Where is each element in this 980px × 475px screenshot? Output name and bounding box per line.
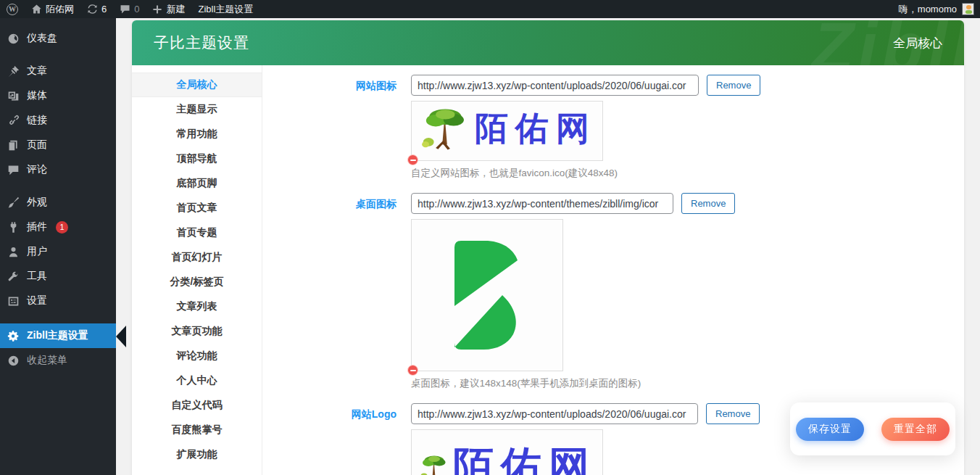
- comments-icon: [7, 164, 20, 176]
- save-settings-button[interactable]: 保存设置: [796, 418, 864, 441]
- sidebar-item-label: 工具: [27, 270, 47, 283]
- tab-common-functions[interactable]: 常用功能: [132, 122, 262, 146]
- sidebar-item-tools[interactable]: 工具: [0, 264, 116, 289]
- field-label: 网站Logo: [270, 403, 396, 475]
- current-section-title: 全局核心: [893, 35, 942, 51]
- home-icon: [31, 4, 42, 15]
- comment-bubble-icon: [120, 4, 130, 15]
- sidebar-item-label: 外观: [27, 196, 47, 209]
- tab-global-core[interactable]: 全局核心: [132, 73, 262, 97]
- admin-bar: W 陌佑网 6 0 新建 Zibll主题设置 嗨，momomo: [0, 0, 980, 18]
- settings-header: Zibll 子比主题设置 全局核心: [132, 20, 964, 65]
- gear-icon: [7, 330, 20, 342]
- floating-action-panel: 保存设置 重置全部: [790, 402, 955, 455]
- tab-category-tag-pages[interactable]: 分类/标签页: [132, 270, 262, 294]
- site-icon-url-input[interactable]: [411, 75, 699, 96]
- desktop-icon-url-input[interactable]: [411, 193, 673, 214]
- sidebar-item-label: Zibll主题设置: [27, 329, 88, 342]
- account-greeting[interactable]: 嗨，momomo: [899, 3, 957, 16]
- settings-tab-list: 全局核心 主题显示 常用功能 顶部导航 底部页脚 首页文章 首页专题 首页幻灯片…: [132, 65, 262, 475]
- sidebar-item-zibll-theme-settings[interactable]: Zibll主题设置: [0, 323, 116, 348]
- comments-link[interactable]: 0: [113, 0, 146, 18]
- sliders-icon: [7, 295, 20, 307]
- zibll-settings-link[interactable]: Zibll主题设置: [191, 0, 259, 18]
- sidebar-item-appearance[interactable]: 外观: [0, 190, 116, 215]
- tab-custom-code[interactable]: 自定义代码: [132, 393, 262, 418]
- remove-image-icon[interactable]: [407, 154, 418, 165]
- field-caption: 自定义网站图标，也就是favicon.ico(建议48x48): [411, 167, 760, 180]
- sidebar-item-media[interactable]: 媒体: [0, 83, 116, 108]
- pin-icon: [7, 65, 20, 78]
- zibll-b-logo: [433, 234, 541, 356]
- sidebar-item-label: 插件: [27, 220, 47, 234]
- sidebar-item-label: 评论: [27, 163, 47, 176]
- remove-image-icon[interactable]: [407, 365, 418, 376]
- tab-top-navigation[interactable]: 顶部导航: [132, 146, 262, 171]
- sidebar-item-label: 媒体: [27, 89, 47, 102]
- site-logo-url-input[interactable]: [411, 403, 698, 424]
- site-icon-remove-button[interactable]: Remove: [707, 75, 760, 96]
- sidebar-item-label: 链接: [27, 114, 47, 127]
- reset-all-button[interactable]: 重置全部: [881, 418, 950, 441]
- site-logo-text: 陌佑网: [475, 107, 597, 156]
- comment-count: 0: [134, 4, 139, 15]
- tab-post-page-functions[interactable]: 文章页功能: [132, 319, 262, 344]
- collapse-icon: [7, 355, 20, 367]
- user-icon: [7, 246, 20, 258]
- wordpress-logo-menu[interactable]: W: [0, 0, 25, 18]
- sidebar-item-collapse-menu[interactable]: 收起菜单: [0, 348, 116, 373]
- sidebar-item-label: 设置: [27, 294, 47, 307]
- desktop-icon-remove-button[interactable]: Remove: [681, 193, 735, 214]
- zibll-settings-label: Zibll主题设置: [198, 3, 253, 16]
- tab-home-posts[interactable]: 首页文章: [132, 196, 262, 220]
- field-caption: 桌面图标，建议148x148(苹果手机添加到桌面的图标): [411, 377, 735, 390]
- plugin-icon: [7, 221, 20, 234]
- site-logo-remove-button[interactable]: Remove: [706, 403, 760, 424]
- site-name: 陌佑网: [46, 3, 74, 16]
- sidebar-item-posts[interactable]: 文章: [0, 59, 116, 83]
- field-label: 桌面图标: [270, 193, 396, 403]
- update-icon: [87, 4, 98, 15]
- pages-icon: [7, 139, 20, 152]
- avatar[interactable]: [962, 3, 974, 15]
- sidebar-item-label: 收起菜单: [27, 354, 67, 367]
- tree-logo-icon: [418, 438, 450, 475]
- update-count: 6: [101, 4, 107, 15]
- tab-footer[interactable]: 底部页脚: [132, 171, 262, 196]
- field-row-site-icon: 网站图标 Remove: [270, 75, 964, 193]
- tab-post-list[interactable]: 文章列表: [132, 294, 262, 319]
- site-icon-preview: 陌佑网: [411, 101, 603, 161]
- tab-theme-display[interactable]: 主题显示: [132, 97, 262, 122]
- sidebar-item-links[interactable]: 链接: [0, 108, 116, 133]
- field-label: 网站图标: [270, 75, 396, 193]
- admin-sidebar: 仪表盘 文章 媒体 链接 页面 评论 外观 插件 1 用户 工具 设置: [0, 18, 116, 475]
- sidebar-item-users[interactable]: 用户: [0, 239, 116, 264]
- tab-home-topics[interactable]: 首页专题: [132, 220, 262, 245]
- sidebar-item-plugins[interactable]: 插件 1: [0, 215, 116, 239]
- tab-extensions[interactable]: 扩展功能: [132, 442, 262, 467]
- sidebar-item-label: 仪表盘: [27, 32, 57, 45]
- plus-icon: [152, 4, 162, 15]
- active-menu-arrow: [116, 326, 126, 347]
- sidebar-item-comments[interactable]: 评论: [0, 157, 116, 182]
- sidebar-item-dashboard[interactable]: 仪表盘: [0, 26, 116, 51]
- new-content-label: 新建: [166, 3, 185, 16]
- sidebar-item-pages[interactable]: 页面: [0, 133, 116, 157]
- sidebar-item-label: 用户: [27, 245, 47, 258]
- wrench-icon: [7, 270, 20, 283]
- updates-link[interactable]: 6: [80, 0, 113, 18]
- site-logo-text: 陌佑网: [453, 439, 597, 475]
- new-content-link[interactable]: 新建: [146, 0, 191, 18]
- media-icon: [7, 90, 20, 102]
- appearance-icon: [7, 197, 20, 209]
- field-row-desktop-icon: 桌面图标 Remove 桌面图标，建议148x148(苹果手机添加到桌面的图标): [270, 193, 964, 403]
- tab-comment-functions[interactable]: 评论功能: [132, 344, 262, 368]
- desktop-icon-preview: [411, 219, 563, 371]
- visit-site-link[interactable]: 陌佑网: [25, 0, 80, 18]
- sidebar-item-settings[interactable]: 设置: [0, 289, 116, 313]
- page-title: 子比主题设置: [154, 33, 249, 53]
- tab-home-slider[interactable]: 首页幻灯片: [132, 245, 262, 270]
- tab-user-center[interactable]: 个人中心: [132, 368, 262, 393]
- tab-baidu-xiongzhang[interactable]: 百度熊掌号: [132, 418, 262, 442]
- link-icon: [7, 115, 20, 127]
